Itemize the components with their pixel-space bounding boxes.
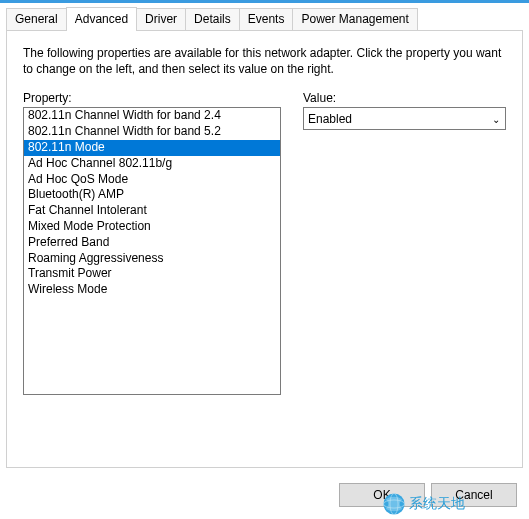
ok-button[interactable]: OK — [339, 483, 425, 507]
property-item[interactable]: Preferred Band — [24, 235, 280, 251]
property-item[interactable]: Mixed Mode Protection — [24, 219, 280, 235]
value-column: Value: Enabled ⌄ — [303, 91, 506, 395]
tab-details[interactable]: Details — [185, 8, 240, 30]
property-column: Property: 802.11n Channel Width for band… — [23, 91, 281, 395]
property-item[interactable]: Bluetooth(R) AMP — [24, 187, 280, 203]
property-item[interactable]: Transmit Power — [24, 266, 280, 282]
tab-advanced[interactable]: Advanced — [66, 7, 137, 31]
property-item[interactable]: 802.11n Channel Width for band 5.2 — [24, 124, 280, 140]
intro-text: The following properties are available f… — [23, 45, 506, 77]
dialog-button-row: OK Cancel — [339, 483, 517, 507]
value-select-wrap: Enabled ⌄ — [303, 107, 506, 130]
value-select[interactable]: Enabled — [303, 107, 506, 130]
tab-strip: General Advanced Driver Details Events P… — [0, 3, 529, 30]
tab-general[interactable]: General — [6, 8, 67, 30]
cancel-button[interactable]: Cancel — [431, 483, 517, 507]
property-item[interactable]: Ad Hoc Channel 802.11b/g — [24, 156, 280, 172]
property-list[interactable]: 802.11n Channel Width for band 2.4802.11… — [23, 107, 281, 395]
property-item[interactable]: 802.11n Channel Width for band 2.4 — [24, 108, 280, 124]
columns: Property: 802.11n Channel Width for band… — [23, 91, 506, 395]
property-item[interactable]: Ad Hoc QoS Mode — [24, 172, 280, 188]
tab-panel-advanced: The following properties are available f… — [6, 30, 523, 468]
property-item[interactable]: Wireless Mode — [24, 282, 280, 298]
tab-events[interactable]: Events — [239, 8, 294, 30]
property-item[interactable]: Fat Channel Intolerant — [24, 203, 280, 219]
property-item[interactable]: Roaming Aggressiveness — [24, 251, 280, 267]
property-item[interactable]: 802.11n Mode — [24, 140, 280, 156]
value-label: Value: — [303, 91, 506, 105]
tab-driver[interactable]: Driver — [136, 8, 186, 30]
tab-power-management[interactable]: Power Management — [292, 8, 417, 30]
property-label: Property: — [23, 91, 281, 105]
